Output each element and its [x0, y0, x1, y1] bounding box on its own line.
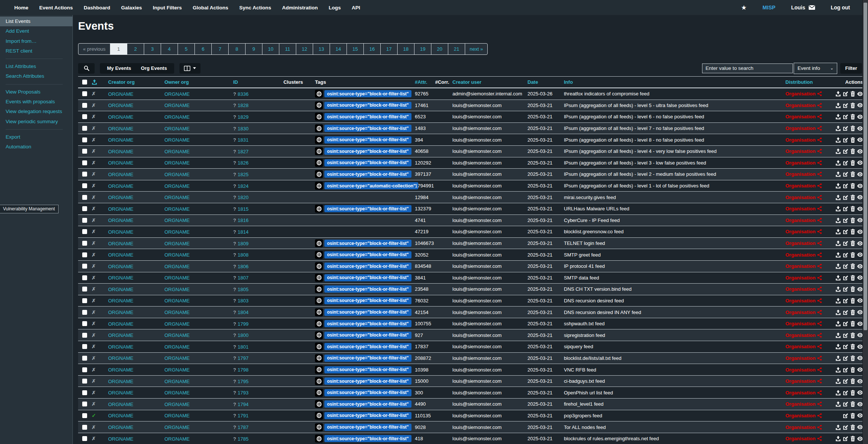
distribution-link[interactable]: Organisation: [785, 424, 815, 430]
edit-action-icon[interactable]: [843, 217, 848, 223]
event-tag[interactable]: osint:source-type="block-or-filter-list": [324, 274, 411, 281]
creator-org-link[interactable]: ORGNAME: [108, 298, 133, 304]
creator-org-link[interactable]: ORGNAME: [108, 344, 133, 350]
sidebar-item-list-attributes[interactable]: List Attributes: [0, 62, 72, 71]
row-checkbox[interactable]: [82, 344, 87, 349]
delete-action-icon[interactable]: [850, 298, 855, 304]
event-tag[interactable]: osint:source-type="block-or-filter-list": [324, 263, 411, 270]
distribution-link[interactable]: Organisation: [785, 355, 815, 361]
publish-action-icon[interactable]: [835, 137, 841, 143]
creator-org-link[interactable]: ORGNAME: [108, 310, 133, 315]
row-checkbox[interactable]: [82, 310, 87, 315]
sidebar-item-rest-client[interactable]: REST client: [0, 46, 72, 56]
tag-globe-icon[interactable]: [315, 366, 323, 374]
owner-org-link[interactable]: ORGNAME: [164, 321, 190, 327]
sidebar-item-search-attributes[interactable]: Search Attributes: [0, 71, 72, 81]
owner-org-link[interactable]: ORGNAME: [164, 355, 190, 361]
pagination-page-4[interactable]: 4: [161, 44, 178, 54]
creator-org-link[interactable]: ORGNAME: [108, 172, 133, 177]
search-input[interactable]: [702, 63, 793, 73]
delete-action-icon[interactable]: [850, 344, 855, 349]
distribution-link[interactable]: Organisation: [785, 91, 815, 97]
delete-action-icon[interactable]: [850, 183, 855, 189]
publish-action-icon[interactable]: [835, 424, 841, 430]
edit-action-icon[interactable]: [843, 390, 848, 396]
tag-globe-icon[interactable]: [315, 182, 323, 190]
favorites-star-icon[interactable]: ★: [741, 5, 747, 11]
nav-item-api[interactable]: API: [352, 5, 360, 11]
edit-action-icon[interactable]: [843, 275, 848, 281]
event-id-link[interactable]: 1804: [238, 310, 249, 315]
pagination-page-13[interactable]: 13: [313, 44, 330, 54]
tag-globe-icon[interactable]: [315, 136, 323, 144]
row-checkbox[interactable]: [82, 229, 87, 234]
event-id-link[interactable]: 1808: [238, 252, 249, 258]
event-tag[interactable]: osint:source-type="block-or-filter-list": [324, 320, 411, 327]
owner-org-link[interactable]: ORGNAME: [164, 91, 190, 97]
tag-globe-icon[interactable]: [315, 423, 323, 431]
tag-globe-icon[interactable]: [315, 90, 323, 98]
event-id-link[interactable]: 1799: [238, 321, 249, 327]
event-tag[interactable]: osint:source-type="block-or-filter-list": [324, 159, 411, 166]
column-header-creator-user[interactable]: Creator user: [452, 79, 527, 85]
distribution-link[interactable]: Organisation: [785, 206, 815, 211]
event-id-link[interactable]: 1831: [238, 137, 249, 143]
event-id-link[interactable]: 1791: [238, 413, 249, 418]
event-id-link[interactable]: 1824: [238, 183, 249, 189]
delete-action-icon[interactable]: [850, 252, 855, 258]
tag-globe-icon[interactable]: [315, 297, 323, 305]
publish-action-icon[interactable]: [835, 114, 841, 119]
column-header-attr[interactable]: #Attr.: [413, 79, 435, 85]
event-tag[interactable]: osint:source-type="block-or-filter-list": [324, 412, 411, 419]
creator-org-link[interactable]: ORGNAME: [108, 321, 133, 327]
owner-org-link[interactable]: ORGNAME: [164, 287, 190, 292]
event-id-link[interactable]: 1820: [238, 195, 249, 200]
event-id-link[interactable]: 1785: [238, 436, 249, 442]
column-header-creator-org[interactable]: Creator org: [103, 79, 159, 85]
edit-action-icon[interactable]: [843, 206, 848, 211]
distribution-link[interactable]: Organisation: [785, 401, 815, 407]
vertical-scrollbar[interactable]: [862, 0, 868, 444]
event-id-link[interactable]: 1809: [238, 241, 249, 246]
tag-globe-icon[interactable]: [315, 343, 323, 350]
sidebar-item-view-delegation-requests[interactable]: View delegation requests: [0, 107, 72, 116]
distribution-link[interactable]: Organisation: [785, 217, 815, 223]
edit-action-icon[interactable]: [843, 310, 848, 315]
logout-link[interactable]: Log out: [831, 5, 850, 11]
owner-org-link[interactable]: ORGNAME: [164, 160, 190, 166]
tag-globe-icon[interactable]: [315, 412, 323, 420]
delete-action-icon[interactable]: [850, 125, 855, 131]
column-header-id[interactable]: ID: [228, 79, 271, 85]
event-tag[interactable]: osint:source-type="block-or-filter-list": [324, 297, 411, 304]
creator-org-link[interactable]: ORGNAME: [108, 332, 133, 338]
event-id-link[interactable]: 1798: [238, 367, 249, 373]
row-checkbox[interactable]: [82, 436, 87, 441]
delete-action-icon[interactable]: [850, 206, 855, 211]
creator-org-link[interactable]: ORGNAME: [108, 390, 133, 396]
event-id-link[interactable]: 1825: [238, 172, 249, 177]
delete-action-icon[interactable]: [850, 217, 855, 223]
row-checkbox[interactable]: [82, 367, 87, 372]
row-checkbox[interactable]: [82, 402, 87, 406]
delete-action-icon[interactable]: [850, 355, 855, 361]
distribution-link[interactable]: Organisation: [785, 229, 815, 234]
publish-action-icon[interactable]: [835, 125, 841, 131]
distribution-link[interactable]: Organisation: [785, 332, 815, 338]
nav-item-global-actions[interactable]: Global Actions: [193, 5, 228, 11]
tag-globe-icon[interactable]: [315, 239, 323, 247]
delete-action-icon[interactable]: [850, 91, 855, 97]
publish-action-icon[interactable]: [835, 91, 841, 97]
event-id-link[interactable]: 1797: [238, 355, 249, 361]
event-tag[interactable]: osint:source-type="block-or-filter-list": [324, 240, 411, 247]
pagination-page-10[interactable]: 10: [262, 44, 279, 54]
distribution-link[interactable]: Organisation: [785, 413, 815, 418]
sidebar-item-automation[interactable]: Automation: [0, 142, 72, 152]
column-header-info[interactable]: Info: [564, 79, 785, 85]
column-header-owner-org[interactable]: Owner org: [159, 79, 228, 85]
my-events-button[interactable]: My Events: [102, 65, 136, 71]
delete-action-icon[interactable]: [850, 424, 855, 430]
publish-action-icon[interactable]: [835, 355, 841, 361]
tag-globe-icon[interactable]: [315, 205, 323, 213]
select-all-checkbox[interactable]: [82, 80, 87, 85]
owner-org-link[interactable]: ORGNAME: [164, 424, 190, 430]
